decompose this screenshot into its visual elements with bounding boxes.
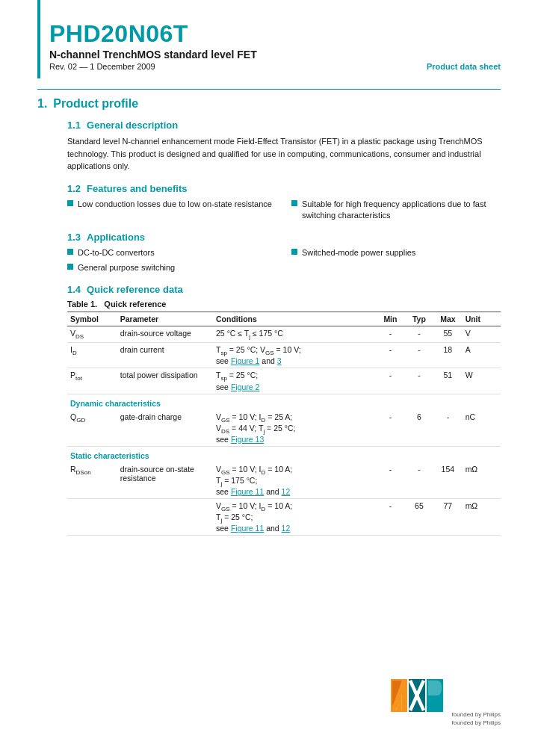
link-fig12a[interactable]: 12 bbox=[282, 487, 291, 496]
quick-reference-table: Symbol Parameter Conditions Min Typ Max … bbox=[67, 312, 501, 536]
cell-param: total power dissipation bbox=[117, 368, 213, 394]
logo-tagline: founded by Philips bbox=[452, 719, 501, 726]
subsection-1-3: 1.3 Applications DC-to-DC convertors Gen… bbox=[67, 232, 501, 273]
cell-typ: - bbox=[405, 368, 433, 394]
table-header-row: Symbol Parameter Conditions Min Typ Max … bbox=[67, 312, 501, 326]
feature-item-1: Low conduction losses due to low on-stat… bbox=[67, 199, 276, 222]
table-row: ID drain current Tsp = 25 °C; VGS = 10 V… bbox=[67, 343, 501, 368]
subsection-1-1-num: 1.1 bbox=[67, 120, 81, 131]
link-fig13[interactable]: Figure 13 bbox=[231, 435, 264, 444]
logo-area: founded by Philips founded by Philips bbox=[391, 679, 501, 726]
table-row: RDSon drain-source on-state resistance V… bbox=[67, 462, 501, 499]
section-row-dynamic: Dynamic characteristics bbox=[67, 394, 501, 410]
cell-max: - bbox=[433, 410, 462, 447]
cell-cond: 25 °C ≤ Tj ≤ 175 °C bbox=[213, 326, 376, 343]
cell-unit: V bbox=[463, 326, 501, 343]
cell-param: gate-drain charge bbox=[117, 410, 213, 447]
link-fig3[interactable]: 3 bbox=[277, 356, 282, 365]
cell-unit: mΩ bbox=[463, 462, 501, 499]
cell-max: 77 bbox=[433, 498, 462, 535]
subsection-1-2-heading: 1.2 Features and benefits bbox=[67, 183, 501, 194]
subsection-1-4-label: Quick reference data bbox=[87, 284, 183, 295]
subsection-1-4: 1.4 Quick reference data Table 1. Quick … bbox=[67, 284, 501, 536]
header: PHD20N06T N-channel TrenchMOS standard l… bbox=[37, 0, 501, 78]
section1-num: 1. bbox=[37, 97, 47, 111]
app-item-2: General purpose switching bbox=[67, 262, 276, 273]
cell-min: - bbox=[376, 410, 404, 447]
cell-cond: VGS = 10 V; ID = 10 A;Tj = 25 °C;see Fig… bbox=[213, 498, 376, 535]
link-fig12b[interactable]: 12 bbox=[282, 524, 291, 533]
feature-item-2: Suitable for high frequency applications… bbox=[291, 199, 501, 222]
table-num: Table 1. bbox=[67, 300, 97, 309]
cell-param: drain-source on-state resistance bbox=[117, 462, 213, 499]
subsection-1-3-heading: 1.3 Applications bbox=[67, 232, 501, 243]
table-row: VDS drain-source voltage 25 °C ≤ Tj ≤ 17… bbox=[67, 326, 501, 343]
subsection-1-2-label: Features and benefits bbox=[87, 183, 187, 194]
table-row: QGD gate-drain charge VGS = 10 V; ID = 2… bbox=[67, 410, 501, 447]
section-row-static: Static characteristics bbox=[67, 446, 501, 462]
cell-symbol: Ptot bbox=[67, 368, 117, 394]
app-text-1: DC-to-DC convertors bbox=[78, 247, 155, 258]
subsection-1-2: 1.2 Features and benefits Low conduction… bbox=[67, 183, 501, 222]
header-content: PHD20N06T N-channel TrenchMOS standard l… bbox=[49, 21, 501, 71]
link-fig2[interactable]: Figure 2 bbox=[231, 382, 260, 391]
bullet-icon-app-1 bbox=[67, 249, 73, 255]
cell-min: - bbox=[376, 498, 404, 535]
col-header-max: Max bbox=[433, 312, 462, 326]
subsection-1-3-num: 1.3 bbox=[67, 232, 81, 243]
col-header-symbol: Symbol bbox=[67, 312, 117, 326]
link-fig1[interactable]: Figure 1 bbox=[231, 356, 260, 365]
table-row: Ptot total power dissipation Tsp = 25 °C… bbox=[67, 368, 501, 394]
product-title: PHD20N06T bbox=[49, 21, 501, 47]
tagline-text: founded by Philips bbox=[452, 711, 501, 718]
features-grid: Low conduction losses due to low on-stat… bbox=[67, 199, 501, 222]
nxp-logo-svg bbox=[391, 679, 451, 718]
subsection-1-1-heading: 1.1 General description bbox=[67, 120, 501, 131]
cell-cond: VGS = 10 V; ID = 25 A;VDS = 44 V; Tj = 2… bbox=[213, 410, 376, 447]
section1-label: Product profile bbox=[53, 97, 138, 111]
link-fig11a[interactable]: Figure 11 bbox=[231, 487, 264, 496]
link-fig11b[interactable]: Figure 11 bbox=[231, 524, 264, 533]
cell-typ: - bbox=[405, 326, 433, 343]
cell-max: 51 bbox=[433, 368, 462, 394]
cell-unit: W bbox=[463, 368, 501, 394]
header-meta: Rev. 02 — 1 December 2009 Product data s… bbox=[49, 62, 501, 71]
table-title: Quick reference bbox=[104, 300, 166, 309]
doc-type: Product data sheet bbox=[427, 62, 501, 71]
cell-unit: A bbox=[463, 343, 501, 368]
header-divider bbox=[37, 89, 501, 90]
cell-unit: nC bbox=[463, 410, 501, 447]
cell-max: 154 bbox=[433, 462, 462, 499]
applications-grid: DC-to-DC convertors General purpose swit… bbox=[67, 247, 501, 273]
feature-text-2: Suitable for high frequency applications… bbox=[302, 199, 501, 222]
cell-param bbox=[117, 498, 213, 535]
cell-typ: - bbox=[405, 462, 433, 499]
cell-min: - bbox=[376, 368, 404, 394]
subsection-1-4-heading: 1.4 Quick reference data bbox=[67, 284, 501, 295]
bullet-icon-2 bbox=[291, 200, 297, 206]
subsection-1-2-num: 1.2 bbox=[67, 183, 81, 194]
table-bottom-border bbox=[67, 536, 501, 536]
subsection-1-4-num: 1.4 bbox=[67, 284, 81, 295]
page: PHD20N06T N-channel TrenchMOS standard l… bbox=[0, 0, 538, 756]
cell-unit: mΩ bbox=[463, 498, 501, 535]
bullet-icon-1 bbox=[67, 200, 73, 206]
subsection-1-1-text: Standard level N-channel enhancement mod… bbox=[67, 135, 501, 173]
cell-symbol bbox=[67, 498, 117, 535]
cell-typ: - bbox=[405, 343, 433, 368]
cell-typ: 65 bbox=[405, 498, 433, 535]
cell-param: drain current bbox=[117, 343, 213, 368]
subsection-1-1-label: General description bbox=[87, 120, 178, 131]
cell-max: 55 bbox=[433, 326, 462, 343]
cell-cond: Tsp = 25 °C;see Figure 2 bbox=[213, 368, 376, 394]
section1-heading: 1. Product profile bbox=[37, 97, 501, 111]
cell-min: - bbox=[376, 462, 404, 499]
section-label-dynamic: Dynamic characteristics bbox=[67, 394, 501, 410]
col-header-cond: Conditions bbox=[213, 312, 376, 326]
bullet-icon-app-3 bbox=[291, 249, 297, 255]
col-header-typ: Typ bbox=[405, 312, 433, 326]
cell-symbol: ID bbox=[67, 343, 117, 368]
app-text-2: General purpose switching bbox=[78, 262, 175, 273]
cell-param: drain-source voltage bbox=[117, 326, 213, 343]
nxp-logo: founded by Philips bbox=[391, 679, 501, 718]
